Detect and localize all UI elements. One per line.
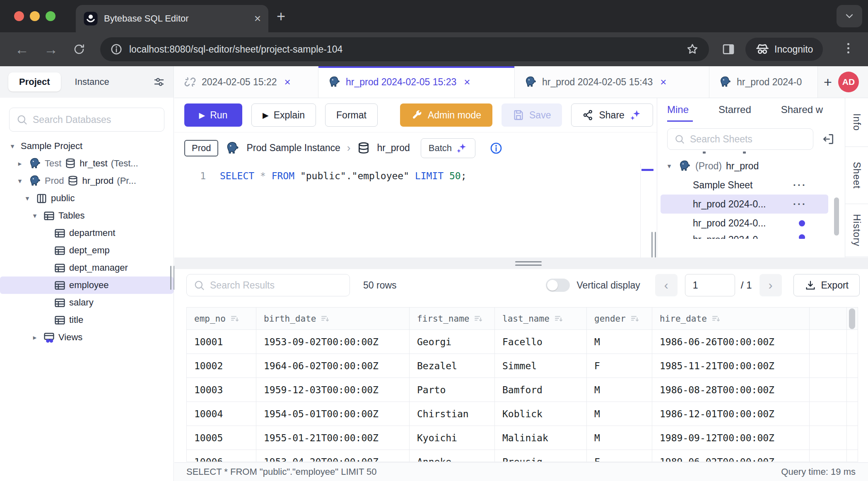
- open-sheet-icon[interactable]: [822, 132, 835, 146]
- back-button[interactable]: ←: [15, 42, 29, 56]
- table-cell[interactable]: Anneke: [410, 450, 495, 462]
- sheet-search-input[interactable]: [690, 134, 806, 145]
- tree-item-dept-manager[interactable]: dept_manager: [0, 259, 174, 277]
- bookmark-star-icon[interactable]: [686, 43, 699, 56]
- results-search[interactable]: [186, 274, 350, 296]
- browser-tab[interactable]: Bytebase SQL Editor ×: [76, 5, 268, 32]
- tab-mine[interactable]: Mine: [667, 104, 689, 115]
- table-cell[interactable]: 10003: [187, 378, 256, 402]
- table-cell[interactable]: 1989-06-02T00:00:00Z: [652, 450, 810, 462]
- database-search[interactable]: [9, 108, 164, 132]
- table-cell[interactable]: Simmel: [495, 354, 587, 378]
- tree-item-hr-test[interactable]: ▸Testhr_test(Test...: [0, 155, 174, 172]
- column-header-gender[interactable]: gender: [587, 308, 652, 330]
- table-cell[interactable]: 1989-09-12T00:00:00Z: [652, 426, 810, 450]
- filter-settings-icon[interactable]: [153, 76, 165, 88]
- reload-button[interactable]: [73, 43, 85, 55]
- address-bar[interactable]: localhost:8080/sql-editor/sheet/project-…: [100, 37, 709, 61]
- tab-starred[interactable]: Starred: [719, 104, 751, 115]
- avatar[interactable]: AD: [838, 72, 859, 92]
- table-cell[interactable]: Preusig: [495, 450, 587, 462]
- prev-page-button[interactable]: ‹: [655, 274, 678, 296]
- column-header-birth_date[interactable]: birth_date: [256, 308, 410, 330]
- column-header-last_name[interactable]: last_name: [495, 308, 587, 330]
- close-icon[interactable]: ×: [464, 76, 470, 89]
- close-icon[interactable]: ×: [285, 76, 291, 89]
- tree-item-views[interactable]: ▸Views: [0, 329, 174, 346]
- results-search-input[interactable]: [210, 280, 343, 291]
- info-icon[interactable]: [489, 142, 503, 155]
- share-button[interactable]: Share: [571, 103, 653, 127]
- table-cell[interactable]: Bamford: [495, 378, 587, 402]
- table-cell[interactable]: 1954-05-01T00:00:00Z: [256, 402, 410, 426]
- page-input[interactable]: [685, 274, 735, 296]
- tab-shared-with[interactable]: Shared w: [781, 104, 823, 115]
- admin-mode-button[interactable]: Admin mode: [400, 103, 492, 127]
- window-zoom-button[interactable]: [46, 11, 55, 21]
- column-header-first_name[interactable]: first_name: [410, 308, 495, 330]
- tree-item-employee[interactable]: employee: [0, 277, 174, 294]
- table-cell[interactable]: 10001: [187, 330, 256, 354]
- window-close-button[interactable]: [14, 11, 24, 21]
- browser-tab-close-icon[interactable]: ×: [254, 13, 261, 24]
- close-icon[interactable]: ×: [660, 76, 666, 89]
- table-cell[interactable]: 1955-01-21T00:00:00Z: [256, 426, 410, 450]
- strip-tab-info[interactable]: Info: [845, 98, 868, 147]
- sheet-item-1[interactable]: Sample Sheet···: [661, 176, 828, 195]
- tab-search-chevron-button[interactable]: [837, 5, 862, 27]
- results-divider[interactable]: [174, 257, 868, 269]
- browser-menu-icon[interactable]: [847, 43, 849, 53]
- tree-item-tables[interactable]: ▾Tables: [0, 207, 174, 224]
- table-scrollbar[interactable]: [847, 308, 858, 330]
- table-cell[interactable]: Maliniak: [495, 426, 587, 450]
- next-page-button[interactable]: ›: [760, 274, 782, 296]
- table-cell[interactable]: 10002: [187, 354, 256, 378]
- chevron-down-icon[interactable]: ▾: [7, 142, 17, 151]
- save-button[interactable]: Save: [502, 103, 562, 127]
- sheet-item-3[interactable]: hr_prod 2024-0...: [661, 214, 828, 233]
- table-cell[interactable]: 10004: [187, 402, 256, 426]
- table-cell[interactable]: 1986-06-26T00:00:00Z: [652, 330, 810, 354]
- chevron-down-icon[interactable]: ▾: [15, 177, 25, 185]
- sheet-tab-4[interactable]: hr_prod 2024-0: [709, 66, 818, 98]
- table-cell[interactable]: F: [587, 354, 652, 378]
- sheet-list-scrollbar[interactable]: [834, 197, 839, 236]
- database-name[interactable]: hr_prod: [377, 142, 410, 154]
- strip-tab-sheet[interactable]: Sheet: [845, 147, 868, 204]
- table-cell[interactable]: 10005: [187, 426, 256, 450]
- tree-item-sample-project[interactable]: ▾Sample Project: [0, 137, 174, 155]
- table-cell[interactable]: 1985-11-21T00:00:00Z: [652, 354, 810, 378]
- table-cell[interactable]: Parto: [410, 378, 495, 402]
- table-cell[interactable]: 1964-06-02T00:00:00Z: [256, 354, 410, 378]
- strip-tab-history[interactable]: History: [845, 204, 868, 257]
- sheet-tab-3[interactable]: hr_prod 2024-02-05 15:43×: [515, 66, 709, 98]
- tree-item-public[interactable]: ▾public: [0, 190, 174, 207]
- sheet-item-4[interactable]: hr_prod 2024-0...: [661, 233, 828, 239]
- more-menu-icon[interactable]: ···: [793, 179, 807, 191]
- export-button[interactable]: Export: [793, 274, 860, 296]
- table-cell[interactable]: M: [587, 402, 652, 426]
- column-header-hire_date[interactable]: hire_date: [652, 308, 810, 330]
- side-panel-icon[interactable]: [721, 43, 735, 56]
- scrollbar-thumb[interactable]: [849, 308, 855, 329]
- table-cell[interactable]: 1953-04-20T00:00:00Z: [256, 450, 410, 462]
- more-menu-icon[interactable]: ···: [793, 198, 807, 210]
- tree-item-salary[interactable]: salary: [0, 294, 174, 311]
- column-header-emp_no[interactable]: emp_no: [187, 308, 256, 330]
- chevron-right-icon[interactable]: ▸: [30, 333, 40, 342]
- site-info-icon[interactable]: [110, 43, 123, 55]
- table-cell[interactable]: Koblick: [495, 402, 587, 426]
- sql-editor[interactable]: 1 SELECT * FROM "public"."employee" LIMI…: [174, 164, 657, 257]
- table-cell[interactable]: M: [587, 426, 652, 450]
- batch-button[interactable]: Batch: [421, 138, 475, 158]
- table-cell[interactable]: 1986-08-28T00:00:00Z: [652, 378, 810, 402]
- tree-item-title[interactable]: title: [0, 311, 174, 329]
- table-cell[interactable]: Chirstian: [410, 402, 495, 426]
- table-cell[interactable]: F: [587, 450, 652, 462]
- table-cell[interactable]: 10006: [187, 450, 256, 462]
- chevron-down-icon[interactable]: ▾: [30, 212, 40, 220]
- instance-name[interactable]: Prod Sample Instance: [246, 142, 340, 154]
- table-cell[interactable]: 1986-12-01T00:00:00Z: [652, 402, 810, 426]
- vertical-display-toggle[interactable]: [546, 279, 570, 292]
- explain-button[interactable]: ▶ Explain: [251, 103, 316, 127]
